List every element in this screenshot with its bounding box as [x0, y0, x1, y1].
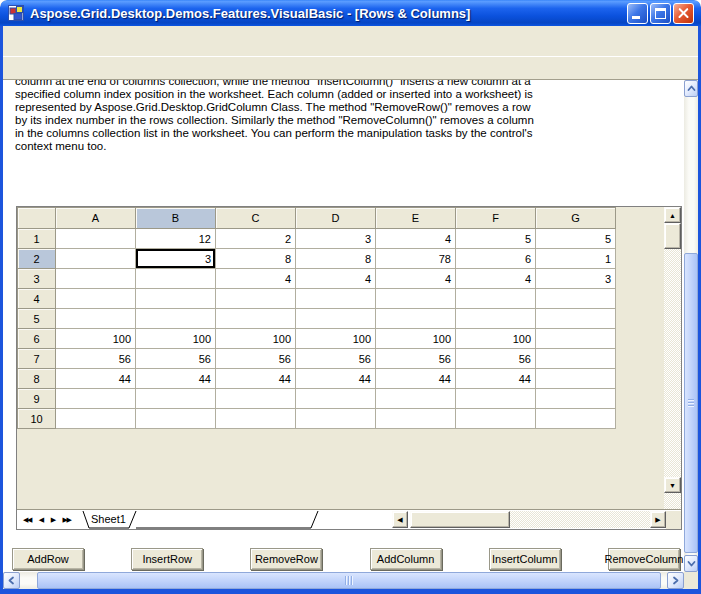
- grid-vscroll-track[interactable]: [664, 249, 681, 477]
- grid-cell-f10[interactable]: [456, 409, 536, 429]
- sheet-nav-prev-icon[interactable]: ◀: [39, 516, 43, 524]
- column-header-f[interactable]: F: [456, 208, 536, 229]
- grid-vscroll-thumb[interactable]: [664, 223, 681, 249]
- insertrow-button[interactable]: InsertRow: [131, 548, 203, 570]
- column-header-b[interactable]: B: [136, 208, 216, 229]
- grid-cell-d9[interactable]: [296, 389, 376, 409]
- close-button[interactable]: [673, 3, 694, 24]
- minimize-button[interactable]: [627, 3, 648, 24]
- grid-cell-c4[interactable]: [216, 289, 296, 309]
- row-header-5[interactable]: 5: [18, 309, 56, 329]
- grid-corner-cell[interactable]: [18, 208, 56, 229]
- addcolumn-button[interactable]: AddColumn: [370, 548, 442, 570]
- grid-cell-a6[interactable]: 100: [56, 329, 136, 349]
- grid-cell-d6[interactable]: 100: [296, 329, 376, 349]
- grid-cell-c2[interactable]: 8: [216, 249, 296, 269]
- grid-hscroll-thumb[interactable]: [410, 511, 510, 528]
- grid-cell-b1[interactable]: 12: [136, 229, 216, 249]
- column-header-a[interactable]: A: [56, 208, 136, 229]
- grid-cell-d10[interactable]: [296, 409, 376, 429]
- row-header-9[interactable]: 9: [18, 389, 56, 409]
- grid-cell-g6[interactable]: [536, 329, 616, 349]
- grid-cell-e6[interactable]: 100: [376, 329, 456, 349]
- column-header-e[interactable]: E: [376, 208, 456, 229]
- grid-cell-c10[interactable]: [216, 409, 296, 429]
- window-hscroll-thumb[interactable]: [37, 572, 661, 589]
- window-vertical-scrollbar[interactable]: [684, 80, 698, 572]
- sheet-nav-last-icon[interactable]: ▶▶: [63, 516, 71, 524]
- row-header-4[interactable]: 4: [18, 289, 56, 309]
- grid-cell-b9[interactable]: [136, 389, 216, 409]
- column-header-g[interactable]: G: [536, 208, 616, 229]
- maximize-button[interactable]: [650, 3, 671, 24]
- grid-cell-a5[interactable]: [56, 309, 136, 329]
- grid-scroll-right-icon[interactable]: ▶: [650, 511, 666, 528]
- grid-cell-e9[interactable]: [376, 389, 456, 409]
- grid-cell-f4[interactable]: [456, 289, 536, 309]
- grid-cell-c7[interactable]: 56: [216, 349, 296, 369]
- grid-cell-a2[interactable]: [56, 249, 136, 269]
- grid-cell-g3[interactable]: 3: [536, 269, 616, 289]
- grid-cell-f9[interactable]: [456, 389, 536, 409]
- grid-cell-g1[interactable]: 5: [536, 229, 616, 249]
- grid-hscroll-track[interactable]: [510, 511, 650, 528]
- grid-cell-e3[interactable]: 4: [376, 269, 456, 289]
- title-bar[interactable]: Aspose.Grid.Desktop.Demos.Features.Visua…: [0, 0, 701, 26]
- grid-cell-c1[interactable]: 2: [216, 229, 296, 249]
- grid-cell-e4[interactable]: [376, 289, 456, 309]
- grid-cell-a8[interactable]: 44: [56, 369, 136, 389]
- grid-cell-e1[interactable]: 4: [376, 229, 456, 249]
- grid-cell-b5[interactable]: [136, 309, 216, 329]
- grid-cell-g2[interactable]: 1: [536, 249, 616, 269]
- grid-cell-b6[interactable]: 100: [136, 329, 216, 349]
- grid-cell-a1[interactable]: [56, 229, 136, 249]
- sheet-nav-next-icon[interactable]: ▶: [51, 516, 55, 524]
- grid-cell-g5[interactable]: [536, 309, 616, 329]
- grid-scroll-down-icon[interactable]: ▼: [664, 477, 681, 493]
- grid-cell-e2[interactable]: 78: [376, 249, 456, 269]
- grid-cell-c5[interactable]: [216, 309, 296, 329]
- grid-cell-a9[interactable]: [56, 389, 136, 409]
- grid-cell-g9[interactable]: [536, 389, 616, 409]
- grid-cell-c9[interactable]: [216, 389, 296, 409]
- grid-cell-c3[interactable]: 4: [216, 269, 296, 289]
- grid-cell-d1[interactable]: 3: [296, 229, 376, 249]
- grid-cell-a3[interactable]: [56, 269, 136, 289]
- insertcolumn-button[interactable]: InsertColumn: [489, 548, 561, 570]
- grid-horizontal-scrollbar[interactable]: ◀ ▶: [392, 511, 666, 529]
- grid-cell-c8[interactable]: 44: [216, 369, 296, 389]
- row-header-1[interactable]: 1: [18, 229, 56, 249]
- column-header-d[interactable]: D: [296, 208, 376, 229]
- grid-cell-b7[interactable]: 56: [136, 349, 216, 369]
- row-header-8[interactable]: 8: [18, 369, 56, 389]
- row-header-3[interactable]: 3: [18, 269, 56, 289]
- row-header-10[interactable]: 10: [18, 409, 56, 429]
- window-scroll-up-icon[interactable]: [684, 80, 698, 97]
- row-header-6[interactable]: 6: [18, 329, 56, 349]
- grid-cell-c6[interactable]: 100: [216, 329, 296, 349]
- grid-cell-f1[interactable]: 5: [456, 229, 536, 249]
- grid-cell-e10[interactable]: [376, 409, 456, 429]
- grid-cell-d2[interactable]: 8: [296, 249, 376, 269]
- grid-cell-b2[interactable]: 3: [136, 249, 216, 269]
- sheet-tab-sheet1[interactable]: Sheet1: [91, 513, 126, 525]
- grid-cell-g8[interactable]: [536, 369, 616, 389]
- sheet-nav-first-icon[interactable]: ◀◀: [23, 516, 31, 524]
- grid-cell-a7[interactable]: 56: [56, 349, 136, 369]
- grid-vertical-scrollbar[interactable]: ▲ ▼: [664, 207, 681, 509]
- window-scroll-left-icon[interactable]: [3, 572, 20, 589]
- grid-cell-a4[interactable]: [56, 289, 136, 309]
- column-header-c[interactable]: C: [216, 208, 296, 229]
- grid-cell-b10[interactable]: [136, 409, 216, 429]
- removecolumn-button[interactable]: RemoveColumn: [608, 548, 680, 570]
- grid-cell-b8[interactable]: 44: [136, 369, 216, 389]
- window-scroll-down-icon[interactable]: [684, 555, 698, 572]
- grid-cell-g4[interactable]: [536, 289, 616, 309]
- grid-cell-f5[interactable]: [456, 309, 536, 329]
- grid-cell-f2[interactable]: 6: [456, 249, 536, 269]
- grid-cell-a10[interactable]: [56, 409, 136, 429]
- grid-scroll-up-icon[interactable]: ▲: [664, 207, 681, 223]
- grid-cell-e8[interactable]: 44: [376, 369, 456, 389]
- grid-cell-b4[interactable]: [136, 289, 216, 309]
- grid-cell-b3[interactable]: [136, 269, 216, 289]
